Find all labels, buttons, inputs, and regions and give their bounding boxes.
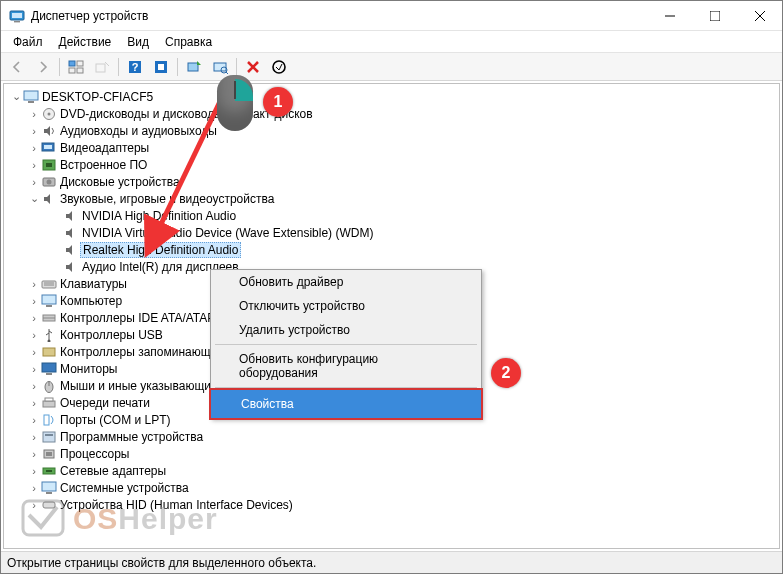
svg-rect-8 bbox=[77, 61, 83, 66]
status-bar: Открытие страницы свойств для выделенног… bbox=[1, 551, 782, 573]
toolbar-event-icon[interactable] bbox=[149, 56, 173, 78]
tree-category[interactable]: ›Программные устройства bbox=[6, 428, 777, 445]
svg-rect-55 bbox=[46, 470, 52, 472]
display-adapter-icon bbox=[40, 141, 58, 155]
back-button[interactable] bbox=[5, 56, 29, 78]
svg-rect-24 bbox=[24, 91, 38, 100]
tree-category[interactable]: ›DVD-дисководы и дисководы компакт-диско… bbox=[6, 105, 777, 122]
svg-rect-56 bbox=[42, 482, 56, 491]
minimize-button[interactable] bbox=[647, 1, 692, 30]
menu-view[interactable]: Вид bbox=[119, 33, 157, 51]
mouse-icon bbox=[40, 379, 58, 393]
svg-rect-44 bbox=[46, 373, 52, 375]
speaker-icon bbox=[40, 192, 58, 206]
tree-device[interactable]: NVIDIA High Definition Audio bbox=[6, 207, 777, 224]
svg-rect-42 bbox=[43, 348, 55, 356]
close-button[interactable] bbox=[737, 1, 782, 30]
watermark: OSHelper bbox=[21, 493, 291, 543]
speaker-icon bbox=[62, 260, 80, 274]
status-text: Открытие страницы свойств для выделенног… bbox=[7, 556, 316, 570]
svg-rect-1 bbox=[12, 13, 22, 18]
software-device-icon bbox=[40, 430, 58, 444]
svg-text:?: ? bbox=[132, 61, 139, 73]
toolbar-show-hidden-icon[interactable] bbox=[90, 56, 114, 78]
ide-icon bbox=[40, 311, 58, 325]
svg-rect-16 bbox=[158, 64, 164, 70]
port-icon bbox=[40, 413, 58, 427]
tree-category[interactable]: ›Встроенное ПО bbox=[6, 156, 777, 173]
tree-category-audio[interactable]: ⌄Звуковые, игровые и видеоустройства bbox=[6, 190, 777, 207]
svg-rect-11 bbox=[96, 64, 105, 72]
tree-device[interactable]: NVIDIA Virtual Audio Device (Wave Extens… bbox=[6, 224, 777, 241]
svg-point-41 bbox=[48, 339, 51, 342]
svg-rect-31 bbox=[46, 163, 52, 167]
app-icon bbox=[9, 8, 25, 24]
svg-rect-47 bbox=[43, 401, 55, 407]
svg-point-27 bbox=[48, 112, 51, 115]
annotation-badge-2: 2 bbox=[491, 358, 521, 388]
ctx-uninstall-device[interactable]: Удалить устройство bbox=[211, 318, 481, 342]
menu-file[interactable]: Файл bbox=[5, 33, 51, 51]
svg-rect-38 bbox=[46, 305, 52, 307]
speaker-icon bbox=[62, 209, 80, 223]
toolbar: ? bbox=[1, 53, 782, 81]
svg-rect-9 bbox=[69, 68, 75, 73]
svg-rect-10 bbox=[77, 68, 83, 73]
menu-action[interactable]: Действие bbox=[51, 33, 120, 51]
speaker-icon bbox=[62, 243, 80, 257]
tree-category[interactable]: ›Видеоадаптеры bbox=[6, 139, 777, 156]
svg-rect-48 bbox=[45, 398, 53, 401]
toolbar-uninstall-icon[interactable] bbox=[241, 56, 265, 78]
svg-rect-17 bbox=[188, 63, 198, 71]
printer-icon bbox=[40, 396, 58, 410]
svg-line-59 bbox=[149, 89, 226, 249]
svg-point-33 bbox=[47, 179, 52, 184]
annotation-badge-1: 1 bbox=[263, 87, 293, 117]
keyboard-icon bbox=[40, 277, 58, 291]
forward-button[interactable] bbox=[31, 56, 55, 78]
usb-icon bbox=[40, 328, 58, 342]
disc-icon bbox=[40, 107, 58, 121]
svg-rect-7 bbox=[69, 61, 75, 66]
tree-category[interactable]: ›Дисковые устройства bbox=[6, 173, 777, 190]
speaker-icon bbox=[62, 226, 80, 240]
svg-rect-2 bbox=[14, 21, 20, 22]
disk-icon bbox=[40, 175, 58, 189]
tree-category[interactable]: ›Сетевые адаптеры bbox=[6, 462, 777, 479]
audio-io-icon bbox=[40, 124, 58, 138]
tree-category[interactable]: ›Аудиовходы и аудиовыходы bbox=[6, 122, 777, 139]
svg-rect-51 bbox=[45, 434, 53, 436]
svg-text:OSHelper: OSHelper bbox=[73, 502, 218, 535]
svg-rect-37 bbox=[42, 295, 56, 304]
device-tree[interactable]: ⌄DESKTOP-CFIACF5 ›DVD-дисководы и дисков… bbox=[3, 83, 780, 549]
toolbar-help-icon[interactable]: ? bbox=[123, 56, 147, 78]
ctx-update-driver[interactable]: Обновить драйвер bbox=[211, 270, 481, 294]
firmware-icon bbox=[40, 158, 58, 172]
svg-rect-4 bbox=[710, 11, 720, 21]
cpu-icon bbox=[40, 447, 58, 461]
annotation-mouse-icon bbox=[217, 75, 253, 131]
svg-rect-50 bbox=[43, 432, 55, 442]
toolbar-disable-icon[interactable] bbox=[267, 56, 291, 78]
context-menu: Обновить драйвер Отключить устройство Уд… bbox=[210, 269, 482, 419]
titlebar: Диспетчер устройств bbox=[1, 1, 782, 31]
toolbar-tree-icon[interactable] bbox=[64, 56, 88, 78]
svg-rect-53 bbox=[46, 452, 52, 456]
ctx-disable-device[interactable]: Отключить устройство bbox=[211, 294, 481, 318]
monitor-icon bbox=[40, 362, 58, 376]
ctx-scan-hardware[interactable]: Обновить конфигурацию оборудования bbox=[211, 347, 481, 385]
maximize-button[interactable] bbox=[692, 1, 737, 30]
window-title: Диспетчер устройств bbox=[31, 9, 647, 23]
menu-help[interactable]: Справка bbox=[157, 33, 220, 51]
ctx-properties[interactable]: Свойства bbox=[209, 388, 483, 420]
svg-point-23 bbox=[273, 61, 285, 73]
tree-root[interactable]: ⌄DESKTOP-CFIACF5 bbox=[6, 88, 777, 105]
menubar: Файл Действие Вид Справка bbox=[1, 31, 782, 53]
tree-device-selected[interactable]: Realtek High Definition Audio bbox=[6, 241, 777, 258]
toolbar-scan-icon[interactable] bbox=[208, 56, 232, 78]
svg-rect-43 bbox=[42, 363, 56, 372]
storage-controller-icon bbox=[40, 345, 58, 359]
tree-category[interactable]: ›Процессоры bbox=[6, 445, 777, 462]
svg-line-12 bbox=[105, 62, 109, 66]
toolbar-update-icon[interactable] bbox=[182, 56, 206, 78]
